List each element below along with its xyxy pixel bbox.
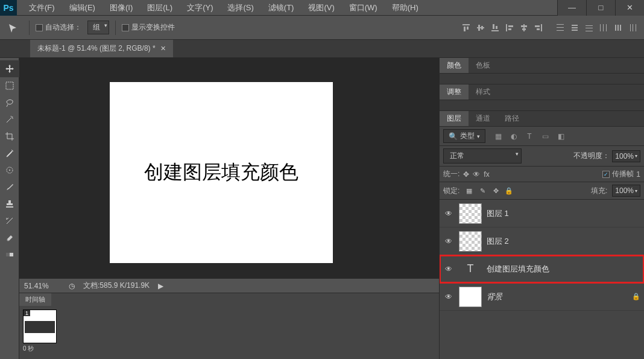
filter-type-icon[interactable]: T [524,131,535,142]
layer-row[interactable]: 👁 背景 🔒 [440,283,644,311]
layer-name[interactable]: 背景 [487,291,627,302]
canvas-viewport[interactable]: 创建图层填充颜色 [19,58,439,278]
visibility-toggle[interactable]: 👁 [443,237,454,246]
visibility-toggle[interactable]: 👁 [443,293,454,301]
brush-tool[interactable] [0,179,19,195]
zoom-level[interactable]: 51.41% [24,282,60,290]
lock-pixels-icon[interactable]: ✎ [478,186,487,195]
distribute-top-icon[interactable] [554,21,567,34]
layer-lock-row: 锁定: ▦ ✎ ✥ 🔒 填充: 100%▾ [440,182,644,200]
crop-tool[interactable] [0,128,19,145]
menu-view[interactable]: 视图(V) [302,0,340,16]
eraser-tool[interactable] [0,229,19,246]
tab-color[interactable]: 颜色 [440,58,469,73]
menu-filter[interactable]: 滤镜(T) [262,0,300,16]
stamp-tool[interactable] [0,195,19,212]
tab-bar: 未标题-1 @ 51.4% (图层 2, RGB/8) * ✕ [0,40,644,58]
filter-shape-icon[interactable]: ▭ [540,131,551,142]
tab-styles[interactable]: 样式 [469,84,497,100]
show-transform-checkbox[interactable]: 显示变换控件 [122,22,175,33]
svg-rect-20 [557,30,564,31]
filter-type-dropdown[interactable]: 🔍 类型 ▾ [443,129,485,143]
layer-name[interactable]: 图层 1 [487,208,640,219]
visibility-toggle[interactable]: 👁 [443,265,454,273]
lock-position-icon[interactable]: ✥ [491,186,500,195]
layer-row[interactable]: 👁 图层 2 [440,227,644,255]
history-brush-tool[interactable] [0,212,19,229]
tab-channels[interactable]: 通道 [469,111,497,126]
align-left-icon[interactable] [503,21,516,34]
align-vcenter-icon[interactable] [474,21,487,34]
blend-mode-dropdown[interactable]: 正常 [443,148,522,164]
eyedropper-tool[interactable] [0,145,19,162]
tab-layers[interactable]: 图层 [440,111,469,126]
canvas: 创建图层填充颜色 [110,82,333,263]
propagate-checkbox[interactable]: ✓ 传播帧 1 [602,169,640,179]
auto-select-dropdown[interactable]: 组 [87,21,109,34]
maximize-button[interactable]: □ [586,0,615,16]
lasso-tool[interactable] [0,94,19,111]
distribute-right-icon[interactable] [626,21,639,34]
close-button[interactable]: ✕ [615,0,644,16]
align-hcenter-icon[interactable] [517,21,531,34]
layer-name[interactable]: 图层 2 [487,236,640,247]
menu-help[interactable]: 帮助(H) [386,0,425,16]
document-tab[interactable]: 未标题-1 @ 51.4% (图层 2, RGB/8) * ✕ [30,40,173,57]
align-right-icon[interactable] [532,21,545,34]
menu-window[interactable]: 窗口(W) [343,0,384,16]
align-top-icon[interactable] [459,21,473,34]
close-icon[interactable]: ✕ [160,45,166,52]
distribute-hcenter-icon[interactable] [611,21,625,34]
layer-name[interactable]: 创建图层填充颜色 [487,264,640,275]
unify-position-icon[interactable]: ✥ [463,170,469,179]
spot-heal-tool[interactable] [0,162,19,179]
frame-delay[interactable]: 0 秒 [23,345,435,353]
auto-select-checkbox[interactable]: 自动选择： [36,22,81,33]
menu-layer[interactable]: 图层(L) [141,0,178,16]
tab-adjustments[interactable]: 调整 [440,84,469,100]
frame-thumbnail[interactable]: 1 [23,310,57,343]
filter-pixel-icon[interactable]: ▦ [493,131,504,142]
filter-adjust-icon[interactable]: ◐ [508,131,519,142]
menu-file[interactable]: 文件(F) [23,0,61,16]
filter-smart-icon[interactable]: ◧ [555,131,566,142]
timeline-panel: 时间轴 1 0 秒 [19,293,439,359]
distribute-left-icon[interactable] [597,21,610,34]
align-bottom-icon[interactable] [488,21,502,34]
gradient-tool[interactable] [0,246,19,263]
distribute-bottom-icon[interactable] [582,21,596,34]
fill-input[interactable]: 100%▾ [612,185,640,197]
status-icon: ◷ [69,282,75,290]
document-info[interactable]: 文档:585.9 K/191.9K [83,281,150,291]
flyout-icon[interactable]: ▶ [158,282,163,290]
tool-indicator[interactable] [5,21,23,35]
tab-swatches[interactable]: 色板 [469,58,497,73]
layer-thumbnail[interactable] [459,287,482,307]
svg-rect-0 [462,24,470,25]
move-tool[interactable] [0,60,19,77]
layer-row[interactable]: 👁 T 创建图层填充颜色 [440,255,644,283]
svg-rect-1 [464,27,466,31]
unify-style-icon[interactable]: fx [484,170,489,179]
layer-row[interactable]: 👁 图层 1 [440,200,644,227]
layer-thumbnail[interactable] [459,203,482,224]
menu-select[interactable]: 选择(S) [221,0,259,16]
menu-edit[interactable]: 编辑(E) [63,0,101,16]
opacity-input[interactable]: 100%▾ [612,150,640,162]
timeline-tab[interactable]: 时间轴 [19,293,51,306]
type-layer-icon[interactable]: T [459,259,482,279]
minimize-button[interactable]: — [557,0,586,16]
search-icon: 🔍 [449,132,458,141]
layer-thumbnail[interactable] [459,231,482,252]
svg-rect-2 [467,27,469,30]
menu-image[interactable]: 图像(I) [104,0,139,16]
visibility-toggle[interactable]: 👁 [443,209,454,218]
wand-tool[interactable] [0,111,19,128]
lock-transparency-icon[interactable]: ▦ [464,186,474,195]
menu-type[interactable]: 文字(Y) [181,0,219,16]
lock-all-icon[interactable]: 🔒 [504,186,514,195]
unify-visibility-icon[interactable]: 👁 [473,170,480,179]
distribute-vcenter-icon[interactable] [568,21,581,34]
tab-paths[interactable]: 路径 [497,111,526,126]
marquee-tool[interactable] [0,77,19,94]
